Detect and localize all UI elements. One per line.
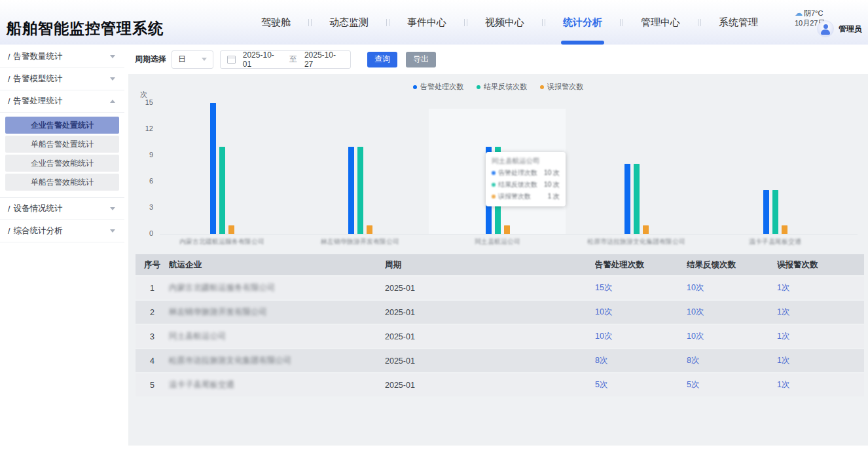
cell-company: 同土县航运公司: [169, 331, 385, 342]
sidebar-submenu: 企业告警处置统计单船告警处置统计企业告警效能统计单船告警效能统计: [0, 113, 124, 198]
tooltip-dot: [492, 195, 496, 199]
sidebar: /告警数量统计/告警模型统计/告警处理统计企业告警处置统计单船告警处置统计企业告…: [0, 45, 124, 446]
sidebar-group-5[interactable]: /综合统计分析: [0, 220, 124, 242]
cell-index: 3: [136, 332, 169, 341]
cloud-icon: ☁: [795, 9, 803, 18]
cell-feedback-count[interactable]: 10次: [687, 282, 777, 294]
cell-handled-count[interactable]: 15次: [595, 282, 687, 294]
chevron-down-icon: [110, 77, 115, 81]
nav-item-7[interactable]: 系统管理: [701, 0, 776, 45]
bar-handled-1[interactable]: [210, 103, 216, 234]
chevron-down-icon: [110, 207, 115, 210]
legend-item-handled[interactable]: 告警处理次数: [413, 82, 463, 92]
table-row-5: 5温卡子县尾板交通2025-015次5次1次: [136, 373, 864, 398]
cell-false-alarm-count[interactable]: 1次: [777, 331, 864, 342]
tooltip-value: 1 次: [544, 192, 560, 201]
legend-item-feedback[interactable]: 结果反馈次数: [477, 82, 527, 92]
bar-false-alarm-1[interactable]: [228, 225, 234, 234]
tooltip-row-3: 误报警次数1 次: [492, 192, 560, 201]
cell-false-alarm-count[interactable]: 1次: [777, 355, 864, 366]
cell-handled-count[interactable]: 8次: [595, 355, 687, 366]
date-separator: 至: [289, 54, 297, 65]
tooltip-row-1: 告警处理次数10 次: [492, 168, 560, 178]
x-axis-label-5: 温卡子县尾板交通: [716, 237, 834, 246]
cell-index: 4: [136, 356, 169, 366]
nav-item-2[interactable]: 动态监测: [312, 0, 386, 45]
bar-false-alarm-3[interactable]: [504, 225, 510, 234]
sidebar-group-1[interactable]: /告警数量统计: [0, 46, 124, 68]
bar-handled-5[interactable]: [763, 190, 769, 234]
bar-false-alarm-5[interactable]: [782, 225, 787, 234]
table-header-cell: 序号: [136, 259, 169, 271]
bar-handled-2[interactable]: [348, 147, 354, 234]
y-axis-tick: 0: [131, 229, 153, 239]
bar-feedback-2[interactable]: [357, 147, 363, 234]
nav-item-4[interactable]: 视频中心: [467, 0, 542, 45]
sidebar-subitem-2[interactable]: 单船告警处置统计: [5, 136, 119, 153]
legend-dot-false-alarm: [540, 85, 544, 89]
cell-feedback-count[interactable]: 10次: [687, 307, 777, 318]
cell-handled-count[interactable]: 10次: [595, 331, 687, 342]
legend-item-false-alarm[interactable]: 误报警次数: [540, 82, 583, 92]
cell-period: 2025-01: [385, 356, 595, 366]
sidebar-group-3[interactable]: /告警处理统计: [0, 90, 124, 113]
x-axis-label-2: 林左锦华旅游开发有限公司: [301, 237, 419, 246]
cell-feedback-count[interactable]: 8次: [687, 355, 777, 366]
cell-company: 林左锦华旅游开发有限公司: [169, 307, 385, 318]
date-range-picker[interactable]: 2025-10-01 至 2025-10-27: [220, 50, 351, 69]
y-axis-tick: 6: [131, 177, 153, 186]
sidebar-subitem-1[interactable]: 企业告警处置统计: [5, 117, 119, 134]
y-axis-tick: 9: [131, 151, 153, 160]
period-select[interactable]: 日: [172, 50, 213, 69]
table-header-cell: 结果反馈次数: [687, 259, 777, 271]
table-header-cell: 航运企业: [169, 259, 385, 271]
chart-tooltip: 同土县航运公司告警处理次数10 次结果反馈次数10 次误报警次数1 次: [486, 152, 566, 206]
query-button[interactable]: 查询: [367, 52, 397, 67]
sidebar-group-4[interactable]: /设备情况统计: [0, 198, 124, 220]
nav-item-6[interactable]: 管理中心: [623, 0, 698, 45]
bar-false-alarm-4[interactable]: [643, 225, 649, 234]
period-select-value: 日: [178, 54, 186, 65]
sidebar-group-2[interactable]: /告警模型统计: [0, 68, 124, 90]
bar-feedback-1[interactable]: [219, 147, 225, 234]
user-menu[interactable]: 管理员: [817, 20, 862, 37]
tooltip-value: 10 次: [540, 180, 560, 189]
filter-toolbar: 周期选择 日 2025-10-01 至 2025-10-27 查询 导出: [128, 45, 868, 74]
user-name: 管理员: [839, 24, 862, 35]
bar-feedback-5[interactable]: [772, 190, 778, 234]
active-tab-underline: [561, 41, 604, 45]
table-row-4: 4松原市达拉旅游文化集团有限公司2025-018次8次1次: [136, 349, 864, 373]
cell-handled-count[interactable]: 10次: [595, 307, 687, 318]
cell-company: 内蒙古北疆航运服务有限公司: [169, 282, 385, 294]
bar-handled-4[interactable]: [624, 164, 630, 234]
period-label: 周期选择: [135, 54, 166, 65]
bar-false-alarm-2[interactable]: [367, 225, 372, 234]
cell-false-alarm-count[interactable]: 1次: [777, 282, 864, 294]
sidebar-subitem-3[interactable]: 企业告警效能统计: [5, 155, 119, 172]
x-axis-line: [160, 234, 858, 235]
cell-company: 松原市达拉旅游文化集团有限公司: [169, 355, 385, 366]
bar-feedback-4[interactable]: [634, 164, 640, 234]
results-table: 序号航运企业周期告警处理次数结果反馈次数误报警次数1内蒙古北疆航运服务有限公司2…: [136, 254, 864, 398]
nav-item-1[interactable]: 驾驶舱: [244, 0, 308, 45]
date-from: 2025-10-01: [243, 50, 282, 69]
export-button[interactable]: 导出: [406, 52, 436, 67]
nav-item-5[interactable]: 统计分析: [545, 0, 620, 45]
legend-dot-feedback: [477, 85, 480, 89]
cell-handled-count[interactable]: 5次: [595, 379, 687, 391]
cell-index: 2: [136, 308, 169, 317]
cell-feedback-count[interactable]: 10次: [687, 331, 777, 342]
chevron-down-icon: [110, 55, 115, 58]
cell-feedback-count[interactable]: 5次: [687, 379, 777, 391]
y-axis-tick: 3: [131, 203, 153, 212]
nav-item-3[interactable]: 事件中心: [389, 0, 464, 45]
cell-false-alarm-count[interactable]: 1次: [777, 307, 864, 318]
tooltip-value: 10 次: [540, 168, 560, 178]
cell-period: 2025-01: [385, 308, 595, 317]
sidebar-subitem-4[interactable]: 单船告警效能统计: [5, 174, 119, 191]
chart-legend: 告警处理次数结果反馈次数误报警次数: [128, 82, 868, 92]
cell-company: 温卡子县尾板交通: [169, 379, 385, 391]
cell-false-alarm-count[interactable]: 1次: [777, 379, 864, 391]
y-axis-tick: 12: [131, 124, 153, 134]
table-header-row: 序号航运企业周期告警处理次数结果反馈次数误报警次数: [136, 254, 864, 277]
